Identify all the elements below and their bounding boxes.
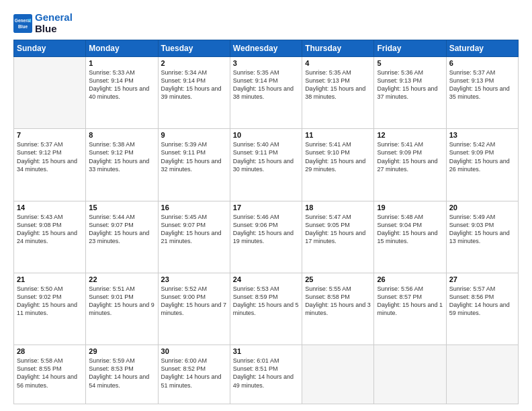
day-number: 20 xyxy=(449,203,515,212)
day-number: 22 xyxy=(89,275,154,283)
day-number: 7 xyxy=(17,131,83,139)
calendar-cell: 2Sunrise: 5:34 AM Sunset: 9:14 PM Daylig… xyxy=(158,57,230,129)
cell-info: Sunrise: 5:59 AM Sunset: 8:53 PM Dayligh… xyxy=(89,357,154,390)
day-number: 9 xyxy=(161,131,227,139)
calendar-cell: 12Sunrise: 5:41 AM Sunset: 9:09 PM Dayli… xyxy=(374,129,446,201)
day-number: 17 xyxy=(233,203,299,212)
day-number: 18 xyxy=(305,203,371,212)
cell-info: Sunrise: 5:37 AM Sunset: 9:13 PM Dayligh… xyxy=(449,68,515,101)
cell-info: Sunrise: 5:33 AM Sunset: 9:14 PM Dayligh… xyxy=(89,68,154,101)
cell-info: Sunrise: 5:38 AM Sunset: 9:12 PM Dayligh… xyxy=(89,140,154,173)
calendar-cell: 6Sunrise: 5:37 AM Sunset: 9:13 PM Daylig… xyxy=(446,57,518,129)
col-header-thursday: Thursday xyxy=(302,40,374,57)
day-number: 14 xyxy=(17,203,83,212)
day-number: 11 xyxy=(305,131,371,139)
calendar-cell: 24Sunrise: 5:53 AM Sunset: 8:59 PM Dayli… xyxy=(230,273,302,345)
cell-info: Sunrise: 5:37 AM Sunset: 9:12 PM Dayligh… xyxy=(17,140,83,173)
calendar-cell: 26Sunrise: 5:56 AM Sunset: 8:57 PM Dayli… xyxy=(374,273,446,345)
calendar-cell: 27Sunrise: 5:57 AM Sunset: 8:56 PM Dayli… xyxy=(446,273,518,345)
calendar-cell: 15Sunrise: 5:44 AM Sunset: 9:07 PM Dayli… xyxy=(86,201,158,273)
col-header-friday: Friday xyxy=(374,40,446,57)
col-header-tuesday: Tuesday xyxy=(158,40,230,57)
calendar-cell: 7Sunrise: 5:37 AM Sunset: 9:12 PM Daylig… xyxy=(14,129,86,201)
logo-text: General Blue xyxy=(35,12,73,34)
cell-info: Sunrise: 5:50 AM Sunset: 9:02 PM Dayligh… xyxy=(17,285,83,318)
calendar-cell: 28Sunrise: 5:58 AM Sunset: 8:55 PM Dayli… xyxy=(14,345,86,404)
calendar-cell: 20Sunrise: 5:49 AM Sunset: 9:03 PM Dayli… xyxy=(446,201,518,273)
calendar-cell xyxy=(14,57,86,129)
calendar-cell: 5Sunrise: 5:36 AM Sunset: 9:13 PM Daylig… xyxy=(374,57,446,129)
cell-info: Sunrise: 5:48 AM Sunset: 9:04 PM Dayligh… xyxy=(377,213,443,246)
cell-info: Sunrise: 5:36 AM Sunset: 9:13 PM Dayligh… xyxy=(377,68,443,101)
cell-info: Sunrise: 5:35 AM Sunset: 9:13 PM Dayligh… xyxy=(305,68,371,101)
day-number: 1 xyxy=(89,59,154,67)
cell-info: Sunrise: 5:35 AM Sunset: 9:14 PM Dayligh… xyxy=(233,68,299,101)
calendar-cell: 4Sunrise: 5:35 AM Sunset: 9:13 PM Daylig… xyxy=(302,57,374,129)
calendar-cell: 30Sunrise: 6:00 AM Sunset: 8:52 PM Dayli… xyxy=(158,345,230,404)
calendar-cell: 1Sunrise: 5:33 AM Sunset: 9:14 PM Daylig… xyxy=(86,57,158,129)
cell-info: Sunrise: 5:43 AM Sunset: 9:08 PM Dayligh… xyxy=(17,213,83,246)
day-number: 12 xyxy=(377,131,443,139)
calendar-cell: 10Sunrise: 5:40 AM Sunset: 9:11 PM Dayli… xyxy=(230,129,302,201)
day-number: 16 xyxy=(161,203,227,212)
day-number: 8 xyxy=(89,131,154,139)
cell-info: Sunrise: 5:57 AM Sunset: 8:56 PM Dayligh… xyxy=(449,285,515,318)
cell-info: Sunrise: 5:46 AM Sunset: 9:06 PM Dayligh… xyxy=(233,213,299,246)
day-number: 21 xyxy=(17,275,83,283)
cell-info: Sunrise: 5:44 AM Sunset: 9:07 PM Dayligh… xyxy=(89,213,154,246)
cell-info: Sunrise: 5:53 AM Sunset: 8:59 PM Dayligh… xyxy=(233,285,299,318)
calendar-cell: 9Sunrise: 5:39 AM Sunset: 9:11 PM Daylig… xyxy=(158,129,230,201)
cell-info: Sunrise: 5:58 AM Sunset: 8:55 PM Dayligh… xyxy=(17,357,83,390)
header: General Blue General Blue xyxy=(13,12,519,34)
calendar-cell: 22Sunrise: 5:51 AM Sunset: 9:01 PM Dayli… xyxy=(86,273,158,345)
logo: General Blue General Blue xyxy=(13,12,73,34)
cell-info: Sunrise: 5:40 AM Sunset: 9:11 PM Dayligh… xyxy=(233,140,299,173)
calendar-cell: 23Sunrise: 5:52 AM Sunset: 9:00 PM Dayli… xyxy=(158,273,230,345)
calendar-table: SundayMondayTuesdayWednesdayThursdayFrid… xyxy=(13,40,519,404)
col-header-monday: Monday xyxy=(86,40,158,57)
day-number: 23 xyxy=(161,275,227,283)
day-number: 3 xyxy=(233,59,299,67)
day-number: 10 xyxy=(233,131,299,139)
day-number: 30 xyxy=(161,347,227,355)
cell-info: Sunrise: 5:45 AM Sunset: 9:07 PM Dayligh… xyxy=(161,213,227,246)
calendar-cell: 16Sunrise: 5:45 AM Sunset: 9:07 PM Dayli… xyxy=(158,201,230,273)
day-number: 13 xyxy=(449,131,515,139)
col-header-saturday: Saturday xyxy=(446,40,518,57)
cell-info: Sunrise: 5:56 AM Sunset: 8:57 PM Dayligh… xyxy=(377,285,443,318)
cell-info: Sunrise: 5:55 AM Sunset: 8:58 PM Dayligh… xyxy=(305,285,371,318)
day-number: 5 xyxy=(377,59,443,67)
calendar-cell: 13Sunrise: 5:42 AM Sunset: 9:09 PM Dayli… xyxy=(446,129,518,201)
col-header-wednesday: Wednesday xyxy=(230,40,302,57)
day-number: 2 xyxy=(161,59,227,67)
cell-info: Sunrise: 5:52 AM Sunset: 9:00 PM Dayligh… xyxy=(161,285,227,318)
page: General Blue General Blue SundayMondayTu… xyxy=(0,0,532,411)
calendar-cell: 11Sunrise: 5:41 AM Sunset: 9:10 PM Dayli… xyxy=(302,129,374,201)
calendar-cell xyxy=(374,345,446,404)
calendar-cell: 29Sunrise: 5:59 AM Sunset: 8:53 PM Dayli… xyxy=(86,345,158,404)
calendar-cell: 14Sunrise: 5:43 AM Sunset: 9:08 PM Dayli… xyxy=(14,201,86,273)
cell-info: Sunrise: 5:34 AM Sunset: 9:14 PM Dayligh… xyxy=(161,68,227,101)
calendar-cell: 8Sunrise: 5:38 AM Sunset: 9:12 PM Daylig… xyxy=(86,129,158,201)
cell-info: Sunrise: 5:49 AM Sunset: 9:03 PM Dayligh… xyxy=(449,213,515,246)
day-number: 24 xyxy=(233,275,299,283)
cell-info: Sunrise: 5:41 AM Sunset: 9:09 PM Dayligh… xyxy=(377,140,443,173)
day-number: 4 xyxy=(305,59,371,67)
cell-info: Sunrise: 6:01 AM Sunset: 8:51 PM Dayligh… xyxy=(233,357,299,390)
day-number: 19 xyxy=(377,203,443,212)
svg-text:Blue: Blue xyxy=(18,24,28,28)
calendar-cell: 31Sunrise: 6:01 AM Sunset: 8:51 PM Dayli… xyxy=(230,345,302,404)
calendar-cell xyxy=(302,345,374,404)
cell-info: Sunrise: 5:41 AM Sunset: 9:10 PM Dayligh… xyxy=(305,140,371,173)
day-number: 29 xyxy=(89,347,154,355)
logo-icon: General Blue xyxy=(13,14,32,33)
cell-info: Sunrise: 5:51 AM Sunset: 9:01 PM Dayligh… xyxy=(89,285,154,318)
cell-info: Sunrise: 6:00 AM Sunset: 8:52 PM Dayligh… xyxy=(161,357,227,390)
calendar-cell: 3Sunrise: 5:35 AM Sunset: 9:14 PM Daylig… xyxy=(230,57,302,129)
day-number: 27 xyxy=(449,275,515,283)
calendar-cell: 21Sunrise: 5:50 AM Sunset: 9:02 PM Dayli… xyxy=(14,273,86,345)
calendar-cell xyxy=(446,345,518,404)
cell-info: Sunrise: 5:47 AM Sunset: 9:05 PM Dayligh… xyxy=(305,213,371,246)
day-number: 6 xyxy=(449,59,515,67)
calendar-cell: 17Sunrise: 5:46 AM Sunset: 9:06 PM Dayli… xyxy=(230,201,302,273)
